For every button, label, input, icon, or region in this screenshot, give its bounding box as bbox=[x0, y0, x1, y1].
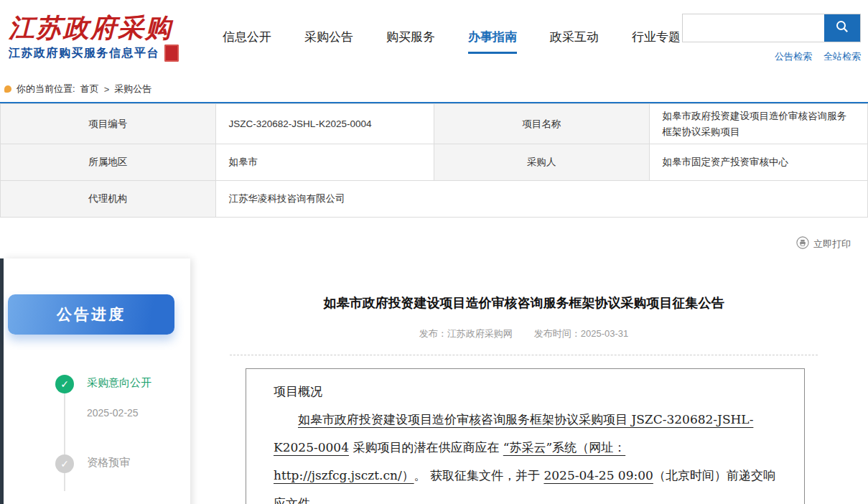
search-icon bbox=[835, 19, 849, 36]
search-button[interactable] bbox=[824, 14, 860, 42]
breadcrumb-current: 采购公告 bbox=[114, 83, 151, 95]
label-purchaser: 采购人 bbox=[434, 144, 649, 181]
value-region: 如皋市 bbox=[215, 144, 434, 181]
main-area: 公告进度 ✓ 采购意向公开 2025-02-25 ✓ 资格预审 如皋市政府投资建… bbox=[0, 258, 868, 504]
value-project-number: JSZC-320682-JSHL-K2025-0004 bbox=[215, 104, 434, 144]
value-project-name: 如皋市政府投资建设项目造价审核咨询服务框架协议采购项目 bbox=[649, 104, 867, 144]
nav-item-service-guide[interactable]: 办事指南 bbox=[467, 20, 518, 57]
publish-time-value: 2025-03-31 bbox=[581, 328, 629, 339]
page-title: 如皋市政府投资建设项目造价审核咨询服务框架协议采购项目征集公告 bbox=[230, 294, 818, 312]
timeline-step-label: 资格预审 bbox=[87, 456, 190, 470]
deadline-text: 2025-04-25 09:00 bbox=[543, 468, 653, 482]
publish-time-label: 发布时间： bbox=[534, 328, 581, 339]
table-row: 所属地区 如皋市 采购人 如皋市固定资产投资审核中心 bbox=[1, 144, 868, 181]
nav-item-industry-topics[interactable]: 行业专题 bbox=[630, 20, 682, 57]
main-nav: 信息公开 采购公告 购买服务 办事指南 政采互动 行业专题 bbox=[221, 20, 682, 57]
breadcrumb-home[interactable]: 首页 bbox=[80, 83, 99, 95]
article-meta: 发布：江苏政府采购网 发布时间：2025-03-31 bbox=[230, 327, 818, 340]
publisher-label: 发布： bbox=[419, 328, 447, 339]
label-region: 所属地区 bbox=[1, 144, 216, 181]
project-info-table: 项目编号 JSZC-320682-JSHL-K2025-0004 项目名称 如皋… bbox=[0, 103, 868, 218]
breadcrumb: 你的当前位置: 首页 > 采购公告 bbox=[0, 76, 868, 103]
table-row: 代理机构 江苏华凌科技咨询有限公司 bbox=[1, 181, 868, 218]
nav-item-interaction[interactable]: 政采互动 bbox=[549, 20, 600, 57]
check-icon: ✓ bbox=[55, 375, 74, 393]
link-site-search[interactable]: 全站检索 bbox=[823, 50, 861, 63]
timeline-step-date: 2025-02-25 bbox=[87, 407, 190, 419]
print-button[interactable]: 立即打印 bbox=[796, 236, 851, 251]
progress-banner: 公告进度 bbox=[8, 294, 174, 335]
nav-item-info-disclosure[interactable]: 信息公开 bbox=[221, 20, 273, 57]
label-project-number: 项目编号 bbox=[1, 104, 216, 144]
location-pin-icon bbox=[4, 85, 11, 93]
breadcrumb-label: 你的当前位置: bbox=[17, 83, 75, 95]
project-overview-box: 项目概况 如皋市政府投资建设项目造价审核咨询服务框架协议采购项目 JSZC-32… bbox=[246, 368, 805, 504]
article-content: 如皋市政府投资建设项目造价审核咨询服务框架协议采购项目征集公告 发布：江苏政府采… bbox=[190, 258, 868, 504]
site-logo[interactable]: 江苏政府采购 江苏政府购买服务信息平台 bbox=[9, 14, 205, 62]
nav-item-procurement-notice[interactable]: 采购公告 bbox=[303, 20, 355, 57]
logo-title: 江苏政府采购 bbox=[9, 14, 205, 42]
value-purchaser: 如皋市固定资产投资审核中心 bbox=[649, 144, 867, 181]
check-icon: ✓ bbox=[55, 454, 74, 473]
nav-item-purchase-service[interactable]: 购买服务 bbox=[385, 20, 437, 57]
breadcrumb-separator: > bbox=[104, 84, 110, 95]
label-agency: 代理机构 bbox=[1, 181, 216, 218]
overview-title: 项目概况 bbox=[274, 383, 777, 400]
logo-subtitle: 江苏政府购买服务信息平台 bbox=[9, 46, 159, 61]
seal-icon bbox=[164, 45, 179, 62]
timeline-step-prequalification: ✓ 资格预审 bbox=[55, 456, 190, 476]
search-input[interactable] bbox=[683, 14, 824, 42]
dashed-divider bbox=[230, 355, 818, 355]
overview-paragraph: 如皋市政府投资建设项目造价审核咨询服务框架协议采购项目 JSZC-320682-… bbox=[274, 406, 777, 504]
publisher-value: 江苏政府采购网 bbox=[447, 328, 513, 339]
printer-icon bbox=[796, 236, 809, 251]
header: 江苏政府采购 江苏政府购买服务信息平台 信息公开 采购公告 购买服务 办事指南 … bbox=[0, 0, 868, 76]
print-row: 立即打印 bbox=[0, 218, 868, 258]
search-area: 公告检索 全站检索 bbox=[682, 14, 861, 63]
value-agency: 江苏华凌科技咨询有限公司 bbox=[215, 181, 867, 218]
label-project-name: 项目名称 bbox=[434, 104, 649, 144]
progress-sidebar: 公告进度 ✓ 采购意向公开 2025-02-25 ✓ 资格预审 bbox=[4, 258, 190, 504]
link-notice-search[interactable]: 公告检索 bbox=[775, 50, 812, 63]
progress-timeline: ✓ 采购意向公开 2025-02-25 ✓ 资格预审 bbox=[55, 376, 190, 476]
table-row: 项目编号 JSZC-320682-JSHL-K2025-0004 项目名称 如皋… bbox=[1, 104, 868, 144]
timeline-step-intent: ✓ 采购意向公开 2025-02-25 bbox=[55, 376, 190, 419]
print-label: 立即打印 bbox=[813, 238, 851, 251]
timeline-step-label: 采购意向公开 bbox=[87, 376, 190, 390]
